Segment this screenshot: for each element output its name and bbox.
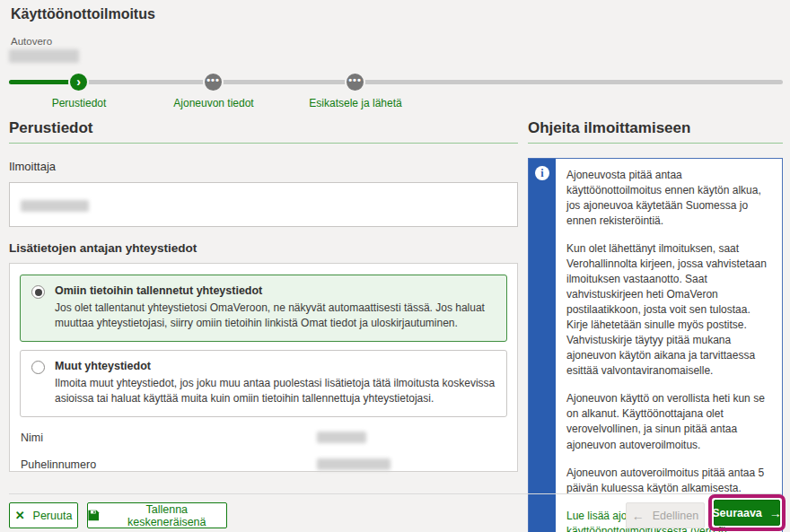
- cancel-button-label: Peruuta: [33, 510, 73, 522]
- contact-row-puhelinnumero: Puhelinnumero: [20, 458, 507, 471]
- radio-option-label: Omiin tietoihin tallennetut yhteystiedot: [55, 284, 496, 297]
- section-heading-contact-details: Lisätietojen antajan yhteystiedot: [9, 241, 518, 255]
- redacted-puhelinnumero-value: [317, 458, 391, 470]
- page-title: Käyttöönottoilmoitus: [11, 6, 155, 22]
- form-main-column: Perustiedot Ilmoittaja Lisätietojen anta…: [9, 119, 518, 472]
- next-button[interactable]: Seuraava →: [714, 500, 780, 526]
- label-nimi: Nimi: [21, 432, 317, 444]
- stepper-track: [9, 80, 783, 84]
- info-paragraph: Kun olet lähettänyt ilmoituksen, saat Ve…: [566, 241, 771, 379]
- guidance-sidebar: Ohjeita ilmoittamiseen i Ajoneuvosta pit…: [528, 119, 783, 532]
- redacted-taxpayer-value: [9, 49, 79, 63]
- info-paragraph: Ajoneuvon käyttö on verollista heti kun …: [566, 391, 771, 452]
- label-puhelinnumero: Puhelinnumero: [21, 458, 317, 471]
- info-callout-box: i Ajoneuvosta pitää antaa käyttöönottoil…: [528, 158, 783, 532]
- sidebar-heading: Ohjeita ilmoittamiseen: [528, 119, 783, 144]
- footer-divider: [9, 493, 781, 494]
- previous-button[interactable]: ← Edellinen: [626, 502, 705, 528]
- info-box-content: Ajoneuvosta pitää antaa käyttöönottoilmo…: [556, 159, 782, 532]
- left-arrow-icon: ←: [632, 510, 645, 522]
- ilmoittaja-input[interactable]: [9, 182, 518, 227]
- form-type-label: Autovero: [11, 36, 52, 47]
- radio-option-description: Ilmoita muut yhteystiedot, jos joku muu …: [55, 376, 496, 407]
- chevron-right-icon: ›: [76, 75, 81, 88]
- section-heading-perustiedot: Perustiedot: [9, 119, 518, 144]
- radio-option-own-contact-details[interactable]: Omiin tietoihin tallennetut yhteystiedot…: [20, 275, 507, 342]
- previous-button-label: Edellinen: [653, 510, 698, 522]
- next-button-label: Seuraava: [712, 507, 762, 519]
- radio-button-selected[interactable]: [31, 285, 45, 299]
- field-label-ilmoittaja: Ilmoittaja: [9, 160, 518, 173]
- omavero-kayttoonottoilmoitus-page: Käyttöönottoilmoitus Autovero › ••• ••• …: [0, 0, 790, 532]
- contact-details-panel: Omiin tietoihin tallennetut yhteystiedot…: [9, 263, 518, 472]
- contact-row-nimi: Nimi: [20, 432, 507, 444]
- highlight-ring: Seuraava →: [708, 494, 786, 531]
- info-icon: i: [535, 166, 549, 180]
- step-indicator-esikatsele: •••: [345, 72, 365, 92]
- right-arrow-icon: →: [769, 507, 782, 519]
- save-draft-button-label: Tallenna keskeneräisenä: [108, 503, 226, 528]
- step-indicator-perustiedot: ›: [68, 72, 89, 92]
- ellipsis-icon: •••: [206, 75, 220, 85]
- radio-button-unselected[interactable]: [31, 361, 45, 374]
- ellipsis-icon: •••: [348, 75, 362, 85]
- cancel-button[interactable]: ✕ Peruuta: [9, 502, 78, 528]
- step-indicator-ajoneuvon-tiedot: •••: [203, 72, 224, 92]
- radio-option-other-contact-details[interactable]: Muut yhteystiedot Ilmoita muut yhteystie…: [20, 350, 507, 417]
- save-draft-button[interactable]: Tallenna keskeneräisenä: [87, 502, 227, 528]
- step-label-esikatsele: Esikatsele ja lähetä: [309, 97, 401, 109]
- save-icon: [88, 510, 100, 521]
- redacted-nimi-value: [317, 432, 366, 443]
- info-paragraph: Ajoneuvon autoveroilmoitus pitää antaa 5…: [566, 466, 771, 496]
- info-box-accent-strip: i: [529, 159, 556, 532]
- radio-option-label: Muut yhteystiedot: [55, 360, 496, 372]
- step-label-perustiedot: Perustiedot: [52, 97, 107, 109]
- step-label-ajoneuvon-tiedot: Ajoneuvon tiedot: [173, 97, 253, 109]
- radio-option-description: Jos olet tallentanut yhteystietosi OmaVe…: [55, 301, 496, 332]
- info-paragraph: Ajoneuvosta pitää antaa käyttöönottoilmo…: [566, 168, 771, 229]
- redacted-ilmoittaja-value: [21, 200, 89, 212]
- x-icon: ✕: [15, 509, 25, 522]
